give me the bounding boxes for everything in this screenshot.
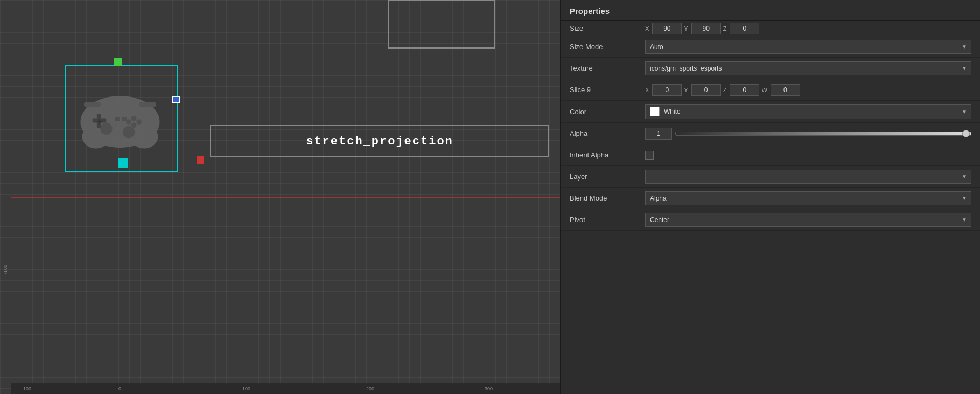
pivot-row: Pivot Center ▼	[561, 209, 980, 231]
panel-header: Properties	[561, 0, 980, 21]
alpha-value	[645, 128, 971, 140]
size-z-input[interactable]	[730, 23, 759, 34]
blend-mode-row: Blend Mode Alpha ▼	[561, 188, 980, 209]
blend-mode-dropdown-wrapper[interactable]: Alpha ▼	[645, 191, 971, 205]
size-mode-value: Auto ▼	[645, 40, 971, 54]
properties-panel: Properties Size X Y Z Size Mode Auto ▼ T…	[560, 0, 980, 394]
pivot-dropdown-wrapper[interactable]: Center ▼	[645, 213, 971, 227]
scale-handle-green[interactable]	[114, 58, 122, 66]
slice9-row: Slice 9 X Y Z W	[561, 79, 980, 101]
slice9-y-input[interactable]	[691, 84, 721, 96]
alpha-input[interactable]	[645, 128, 672, 140]
blend-mode-value: Alpha ▼	[645, 191, 971, 205]
svg-rect-12	[122, 117, 127, 121]
slice9-z-input[interactable]	[730, 84, 759, 96]
layer-row: Layer ▼	[561, 166, 980, 188]
inherit-alpha-checkbox[interactable]	[645, 151, 654, 160]
size-y-label: Y	[684, 25, 688, 32]
layer-dropdown-wrapper[interactable]: ▼	[645, 170, 971, 184]
origin-horizontal-line	[11, 197, 560, 198]
blend-mode-dropdown[interactable]: Alpha	[645, 191, 971, 205]
size-value: X Y Z	[645, 23, 971, 34]
position-handle-red[interactable]	[197, 156, 204, 164]
origin-vertical-line	[220, 11, 220, 383]
svg-point-9	[131, 123, 137, 128]
canvas-viewport[interactable]: + stretch_projection	[11, 11, 560, 383]
stretch-projection-box: stretch_projection	[210, 125, 549, 157]
slice9-y-label: Y	[684, 87, 688, 93]
alpha-slider-thumb	[962, 130, 970, 137]
size-mode-row: Size Mode Auto ▼	[561, 36, 980, 58]
texture-dropdown[interactable]: icons/gm_sports_esports	[645, 61, 971, 75]
size-x-input[interactable]	[652, 23, 682, 34]
svg-point-13	[100, 123, 112, 135]
alpha-slider[interactable]	[675, 132, 971, 136]
svg-rect-11	[115, 117, 120, 121]
pivot-value: Center ▼	[645, 213, 971, 227]
texture-row: Texture icons/gm_sports_esports ▼	[561, 58, 980, 79]
svg-point-14	[123, 126, 135, 138]
size-x-label: X	[645, 25, 649, 32]
ruler-bottom: -100 0 100 200 300	[11, 383, 560, 394]
size-row: Size X Y Z	[561, 21, 980, 36]
svg-point-7	[131, 116, 137, 121]
ruler-num--100: -100	[22, 386, 31, 391]
svg-rect-16	[139, 102, 156, 107]
alpha-row: Alpha	[561, 123, 980, 144]
texture-label: Texture	[570, 64, 645, 72]
texture-value: icons/gm_sports_esports ▼	[645, 61, 971, 75]
corner-handle-blue[interactable]	[172, 96, 180, 103]
texture-dropdown-wrapper[interactable]: icons/gm_sports_esports ▼	[645, 61, 971, 75]
size-mode-dropdown[interactable]: Auto	[645, 40, 971, 54]
color-value: White ▼	[645, 104, 971, 119]
size-mode-dropdown-wrapper[interactable]: Auto ▼	[645, 40, 971, 54]
color-row: Color White ▼	[561, 101, 980, 123]
layer-dropdown[interactable]	[645, 170, 971, 184]
ruler-num-0: 0	[118, 386, 121, 391]
svg-text:+: +	[97, 117, 102, 126]
inherit-alpha-label: Inherit Alpha	[570, 151, 645, 159]
pivot-dropdown[interactable]: Center	[645, 213, 971, 227]
layer-label: Layer	[570, 172, 645, 181]
ruler-num-100: 100	[242, 386, 250, 391]
svg-point-8	[136, 119, 142, 125]
slice9-z-label: Z	[723, 87, 727, 93]
stretch-projection-label: stretch_projection	[306, 135, 453, 148]
pivot-label: Pivot	[570, 216, 645, 224]
inherit-alpha-row: Inherit Alpha	[561, 144, 980, 166]
size-label: Size	[570, 24, 645, 32]
panel-title: Properties	[570, 6, 610, 16]
slice9-inputs: X Y Z W	[645, 84, 971, 96]
color-label: Color	[570, 108, 645, 116]
slice9-value: X Y Z W	[645, 84, 971, 96]
size-inputs: X Y Z	[645, 23, 971, 34]
alpha-label: Alpha	[570, 129, 645, 137]
inherit-alpha-value	[645, 151, 971, 160]
controller-svg: +	[77, 80, 163, 155]
size-mode-label: Size Mode	[570, 43, 645, 51]
blend-mode-label: Blend Mode	[570, 194, 645, 202]
slice9-x-label: X	[645, 87, 649, 93]
slice9-w-label: W	[761, 87, 767, 93]
slice9-w-input[interactable]	[771, 84, 800, 96]
color-dropdown[interactable]: White	[645, 104, 971, 119]
size-z-label: Z	[723, 25, 727, 32]
layer-value: ▼	[645, 170, 971, 184]
color-swatch[interactable]	[650, 107, 660, 116]
color-name: White	[664, 108, 681, 115]
ruler-num-200: 200	[366, 386, 374, 391]
svg-rect-15	[84, 102, 101, 107]
color-dropdown-wrapper[interactable]: White ▼	[645, 104, 971, 119]
ruler-num-300: 300	[485, 386, 493, 391]
canvas-area[interactable]: + stretch_projection -100	[0, 0, 560, 394]
slice9-x-input[interactable]	[652, 84, 682, 96]
game-controller-sprite: +	[69, 69, 171, 166]
slice9-label: Slice 9	[570, 86, 645, 94]
size-y-input[interactable]	[691, 23, 721, 34]
